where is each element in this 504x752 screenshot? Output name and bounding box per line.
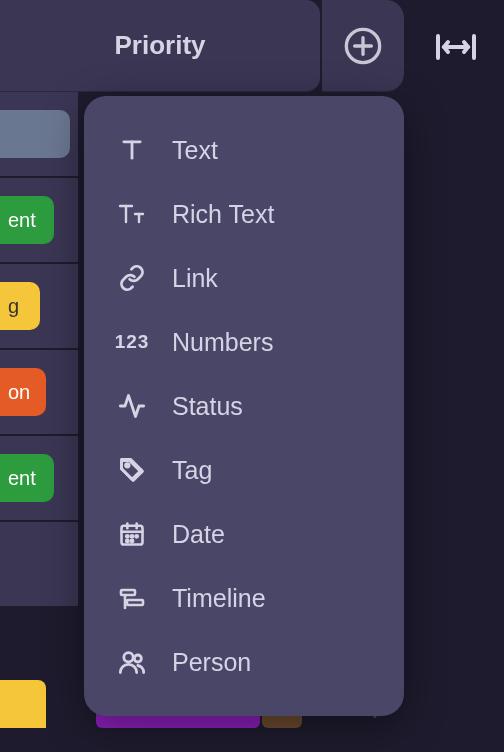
status-chip: ent [0,454,54,502]
menu-item-person[interactable]: Person [84,630,404,694]
add-column-button[interactable] [322,0,404,92]
plus-circle-icon [343,26,383,66]
svg-rect-22 [121,590,135,595]
expand-horizontal-button[interactable] [432,28,480,66]
table-row[interactable]: on [0,350,78,436]
column-header-label: Priority [114,30,205,61]
svg-point-21 [131,540,133,542]
arrows-horizontal-icon [434,32,478,62]
menu-item-label: Rich Text [172,200,274,229]
svg-point-18 [131,535,133,537]
menu-item-label: Person [172,648,251,677]
tag-icon [114,452,150,488]
menu-item-label: Tag [172,456,212,485]
link-icon [114,260,150,296]
table-row[interactable]: ent [0,436,78,522]
status-chip: ent [0,196,54,244]
status-bar-fragment [0,680,46,728]
svg-rect-23 [127,600,143,605]
menu-item-label: Status [172,392,243,421]
timeline-icon [114,580,150,616]
menu-item-status[interactable]: Status [84,374,404,438]
menu-item-label: Text [172,136,218,165]
svg-point-19 [136,535,138,537]
svg-point-25 [124,653,133,662]
table-row[interactable]: g [0,264,78,350]
column-header-row: Priority [0,0,504,92]
status-icon [114,388,150,424]
column-type-dropdown: Text Rich Text Link 123 Numbers Status T… [84,96,404,716]
table-row[interactable]: ent [0,178,78,264]
menu-item-date[interactable]: Date [84,502,404,566]
rich-text-icon [114,196,150,232]
table-rows-background: ent g on ent [0,92,78,608]
table-row[interactable] [0,522,78,608]
status-chip: on [0,368,46,416]
menu-item-rich-text[interactable]: Rich Text [84,182,404,246]
menu-item-label: Link [172,264,218,293]
menu-item-label: Timeline [172,584,266,613]
svg-point-12 [126,464,129,468]
date-icon [114,516,150,552]
person-icon [114,644,150,680]
svg-point-17 [126,535,128,537]
menu-item-tag[interactable]: Tag [84,438,404,502]
menu-item-text[interactable]: Text [84,118,404,182]
menu-item-label: Date [172,520,225,549]
table-row[interactable] [0,92,78,178]
menu-item-link[interactable]: Link [84,246,404,310]
menu-item-label: Numbers [172,328,273,357]
column-header-priority[interactable]: Priority [0,0,320,92]
status-chip: g [0,282,40,330]
svg-point-20 [126,540,128,542]
menu-item-timeline[interactable]: Timeline [84,566,404,630]
svg-point-26 [134,655,141,662]
status-chip [0,110,70,158]
menu-item-numbers[interactable]: 123 Numbers [84,310,404,374]
text-icon [114,132,150,168]
numbers-icon: 123 [114,324,150,360]
